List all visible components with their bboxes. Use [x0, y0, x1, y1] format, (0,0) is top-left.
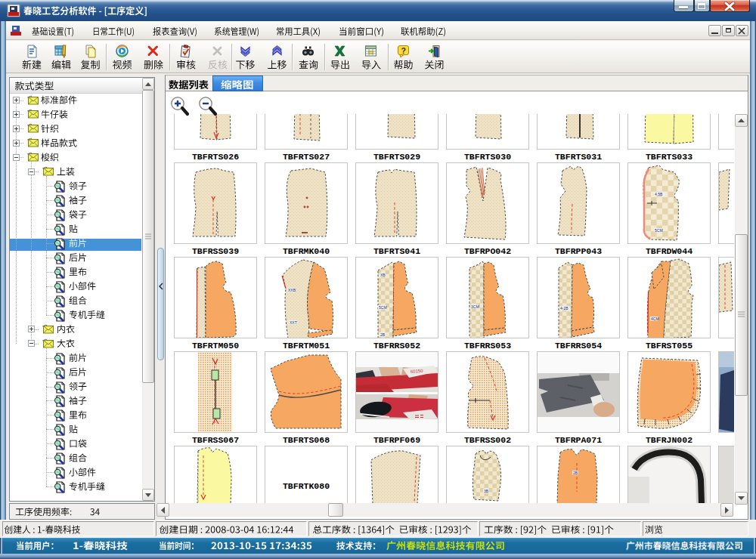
- svg-text:5CM: 5CM: [655, 227, 663, 232]
- svg-text:4-2B: 4-2B: [560, 305, 569, 310]
- svg-text:XXT: XXT: [290, 320, 297, 324]
- svg-text:4.5B: 4.5B: [655, 191, 663, 196]
- svg-text:2B: 2B: [573, 470, 578, 474]
- svg-text:60150: 60150: [411, 368, 424, 373]
- svg-text:5CM: 5CM: [379, 304, 387, 309]
- svg-text:XB: XB: [380, 272, 386, 276]
- svg-text:2B: 2B: [380, 332, 386, 336]
- svg-text:?: ?: [401, 46, 405, 55]
- svg-text:3B: 3B: [484, 488, 489, 493]
- svg-text:3CM: 3CM: [471, 304, 479, 308]
- svg-text:4CM: 4CM: [651, 316, 659, 320]
- svg-text:XXB: XXB: [288, 287, 296, 292]
